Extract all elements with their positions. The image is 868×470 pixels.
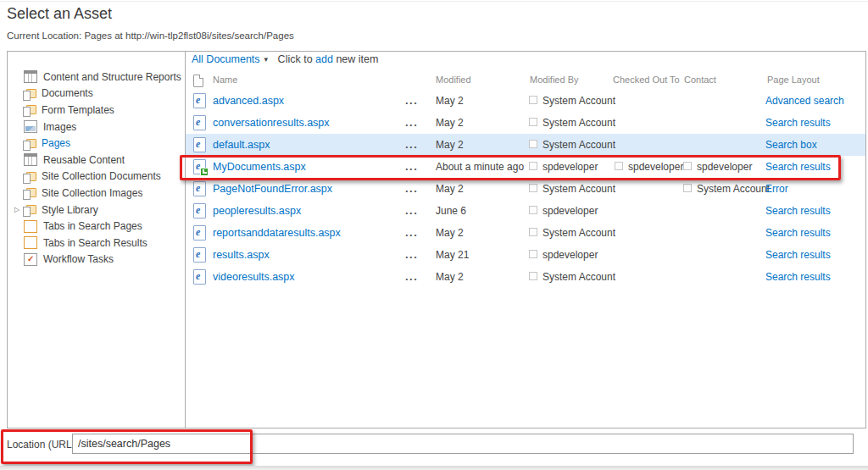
modified-by-value: System Account [529,178,615,200]
table-row[interactable]: conversationresults.aspx ... May 2 Syste… [186,112,865,134]
contact-value: System Account [683,178,770,200]
sidebar-item-documents[interactable]: Documents [8,86,181,102]
folder-icon [24,104,36,115]
row-menu-ellipsis-icon[interactable]: ... [405,112,418,134]
sidebar-item-reusable-content[interactable]: Reusable Content [8,152,181,169]
modified-value: May 2 [436,112,464,134]
presence-icon [529,206,537,214]
add-new-item-link[interactable]: add [315,53,333,65]
modified-by-value: System Account [529,90,615,112]
row-menu-ellipsis-icon[interactable]: ... [405,222,418,244]
checked-out-to-value: spdeveloper [615,156,683,178]
file-link[interactable]: peopleresults.aspx [213,200,301,222]
table-icon [24,220,37,233]
file-link[interactable]: conversationresults.aspx [213,112,330,134]
row-menu-ellipsis-icon[interactable]: ... [405,178,418,200]
new-item-badge-icon [200,168,209,176]
page-layout-link[interactable]: Search results [765,266,831,288]
table-row[interactable]: videoresults.aspx ... May 2 System Accou… [186,266,865,288]
presence-icon [529,96,537,104]
select-asset-dialog: Select an Asset Current Location: Pages … [0,0,868,470]
page-layout-link[interactable]: Search results [765,156,831,178]
aspx-page-icon [193,225,206,241]
row-menu-ellipsis-icon[interactable]: ... [405,90,418,112]
table-row[interactable]: peopleresults.aspx ... June 6 spdevelope… [186,200,865,222]
modified-by-value: System Account [529,134,615,156]
page-layout-link[interactable]: Error [765,178,788,200]
modified-by-value: System Account [529,266,615,288]
row-menu-ellipsis-icon[interactable]: ... [405,244,418,266]
page-title: Select an Asset [7,5,112,23]
aspx-page-icon [193,269,206,285]
column-header-page-layout[interactable]: Page Layout [767,75,820,85]
row-menu-ellipsis-icon[interactable]: ... [405,156,418,178]
presence-icon [529,272,537,280]
sidebar-item-form-templates[interactable]: Form Templates [8,102,181,119]
list-toolbar: All Documents▾ Click to add new item [192,53,378,69]
file-link[interactable]: advanced.aspx [213,90,284,112]
row-menu-ellipsis-icon[interactable]: ... [405,266,418,288]
add-new-item-text: Click to add new item [278,53,379,65]
file-link[interactable]: MyDocuments.aspx [213,156,306,178]
table-row[interactable]: reportsanddataresults.aspx ... May 2 Sys… [186,222,865,244]
contact-value: spdeveloper [683,156,752,178]
presence-icon [683,162,692,170]
table-row[interactable]: PageNotFoundError.aspx ... May 2 System … [186,178,865,200]
column-header-checked-out-to[interactable]: Checked Out To [613,75,680,85]
view-selector-dropdown[interactable]: All Documents▾ [192,53,268,65]
row-menu-ellipsis-icon[interactable]: ... [405,200,418,222]
modified-value: May 21 [436,244,469,266]
table-header-row: Name Modified Modified By Checked Out To… [186,75,865,90]
sidebar-item-style-library[interactable]: ▷ Style Library [8,202,181,218]
sidebar-item-tabs-in-search-results[interactable]: Tabs in Search Results [8,235,181,252]
column-header-modified-by[interactable]: Modified By [530,75,578,85]
sidebar-item-workflow-tasks[interactable]: Workflow Tasks [8,252,181,268]
column-header-modified[interactable]: Modified [436,75,471,85]
aspx-page-icon [193,93,206,108]
row-menu-ellipsis-icon[interactable]: ... [405,134,418,156]
column-header-name[interactable]: Name [213,75,237,85]
file-link[interactable]: default.aspx [213,134,270,156]
file-link[interactable]: reportsanddataresults.aspx [213,222,341,244]
location-url-input[interactable] [72,434,854,454]
file-link[interactable]: results.aspx [213,244,270,266]
modified-by-value: System Account [529,112,615,134]
sidebar-item-site-collection-images[interactable]: Site Collection Images [8,185,181,202]
file-link[interactable]: videoresults.aspx [213,266,295,288]
modified-value: May 2 [436,134,464,156]
aspx-page-icon [193,115,206,130]
table-row[interactable]: results.aspx ... May 21 spdeveloper Sear… [186,244,865,266]
modified-by-value: spdeveloper [529,156,598,178]
modified-by-value: spdeveloper [529,200,598,222]
sidebar-item-tabs-in-search-pages[interactable]: Tabs in Search Pages [8,218,181,235]
page-layout-link[interactable]: Search results [765,200,831,222]
folder-icon [24,204,36,215]
page-layout-link[interactable]: Search results [765,222,831,244]
current-location-text: Current Location: Pages at http://win-tl… [7,30,294,41]
doc-type-column-icon[interactable] [193,75,203,87]
page-layout-link[interactable]: Search results [765,112,831,134]
column-header-contact[interactable]: Contact [684,75,716,85]
sidebar-item-images[interactable]: Images [8,119,181,135]
aspx-page-icon [193,247,206,263]
image-library-icon [24,120,37,133]
sidebar-item-content-and-structure-reports[interactable]: Content and Structure Reports [8,69,181,86]
table-row-highlighted[interactable]: default.aspx ... May 2 System Account Se… [186,134,865,156]
page-layout-link[interactable]: Search results [765,244,831,266]
file-link[interactable]: PageNotFoundError.aspx [213,178,332,200]
top-divider [0,1,868,2]
table-row[interactable]: advanced.aspx ... May 2 System Account A… [186,90,865,112]
page-layout-link[interactable]: Advanced search [765,90,844,112]
folder-icon [24,88,36,99]
page-layout-link[interactable]: Search box [765,134,817,156]
table-row-mydocuments[interactable]: MyDocuments.aspx ... About a minute ago … [186,156,865,178]
modified-value: May 2 [436,222,464,244]
sidebar-item-site-collection-documents[interactable]: Site Collection Documents [8,169,181,185]
modified-value: June 6 [436,200,466,222]
presence-icon [683,184,692,192]
sidebar-item-pages[interactable]: Pages [8,135,181,152]
aspx-page-icon [193,181,206,196]
aspx-page-icon [193,137,206,152]
folder-icon [24,138,36,149]
modified-value: About a minute ago [436,156,524,178]
